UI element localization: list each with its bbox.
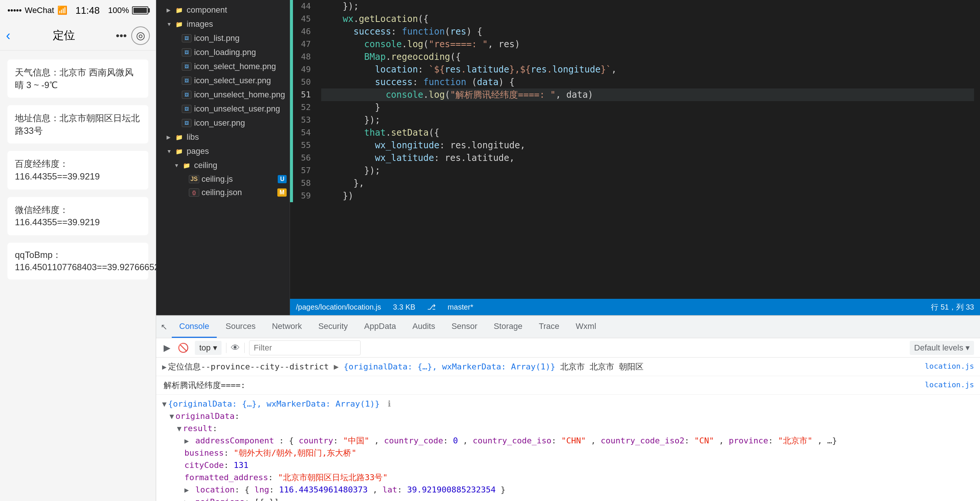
- tree-item-icon-list[interactable]: 🖼 icon_list.png: [156, 31, 290, 45]
- item-label: images: [187, 19, 213, 29]
- orig-data: ▼originalData:: [170, 410, 980, 422]
- expand-icon[interactable]: ▶: [185, 485, 189, 494]
- console-source[interactable]: location.js: [925, 379, 974, 390]
- console-source[interactable]: location.js: [925, 361, 974, 372]
- baidu-label: 百度经纬度：116.44355==39.9219: [15, 159, 100, 181]
- folder-icon: 📁: [181, 160, 192, 170]
- context-select[interactable]: top ▾: [195, 341, 221, 355]
- arrow-icon: ▶: [167, 7, 174, 13]
- wifi-icon: 📶: [57, 6, 67, 15]
- console-text: 解析腾讯经纬度====:: [164, 379, 925, 391]
- tab-appdata[interactable]: AppData: [357, 316, 404, 338]
- tree-item-ceiling[interactable]: ▼ 📁 ceiling: [156, 158, 290, 172]
- tree-item-libs[interactable]: ▶ 📁 libs: [156, 130, 290, 144]
- phone-time: 11:48: [75, 5, 100, 16]
- run-button[interactable]: ▶: [162, 341, 172, 355]
- qq-coord: qqToBmp：116.4501107768403==39.9276665216…: [8, 243, 148, 280]
- gutter-line: [290, 13, 293, 25]
- code-line-44: });: [321, 0, 974, 13]
- eye-icon[interactable]: 👁: [231, 343, 240, 353]
- editor-status-bar: /pages/location/location.js 3.3 KB ⎇ mas…: [290, 299, 980, 315]
- phone-battery: 100%: [108, 6, 148, 15]
- tree-item-ceiling-js[interactable]: JS ceiling.js U: [156, 172, 290, 186]
- tree-item-icon-select-home[interactable]: 🖼 icon_select_home.png: [156, 59, 290, 73]
- select-value: top: [199, 343, 211, 353]
- business: business: "朝外大街/朝外,朝阳门,东大桥": [185, 447, 980, 459]
- tab-console[interactable]: Console: [172, 316, 217, 338]
- arrow-icon: ▼: [174, 162, 181, 169]
- tree-item-icon-loading[interactable]: 🖼 icon_loading.png: [156, 45, 290, 59]
- expand-icon[interactable]: ▼: [170, 412, 174, 421]
- locate-button[interactable]: ◎: [131, 26, 150, 45]
- console-row-3: ▼ {originalData: {…}, wxMarkerData: Arra…: [156, 395, 980, 501]
- baidu-coord: 百度经纬度：116.44355==39.9219: [8, 151, 148, 189]
- tab-trace[interactable]: Trace: [531, 316, 566, 338]
- code-line-53: });: [321, 114, 974, 126]
- code-line-50: success: function (data) {: [321, 76, 974, 89]
- expand-icon[interactable]: ▼: [177, 424, 181, 433]
- item-label: pages: [187, 146, 209, 156]
- gutter-line: [290, 189, 293, 202]
- code-line-57: });: [321, 164, 974, 177]
- levels-button[interactable]: Default levels ▾: [910, 341, 974, 355]
- gutter-line: [290, 101, 293, 114]
- weather-label: 天气信息：北京市 西南风微风 晴 3 ~ -9℃: [15, 67, 134, 90]
- phone-status-bar: ••••• WeChat 📶 11:48 100%: [0, 0, 156, 21]
- console-text: 定位信息--province--city--district ▶ {origin…: [168, 361, 925, 373]
- tree-item-ceiling-json[interactable]: {} ceiling.json M: [156, 186, 290, 199]
- code-line-49: location: `${res.latitude},${res.longitu…: [321, 63, 974, 76]
- file-path: /pages/location/location.js: [296, 303, 381, 312]
- item-label: icon_unselect_user.png: [194, 104, 280, 114]
- tab-security[interactable]: Security: [311, 316, 355, 338]
- stop-button[interactable]: 🚫: [176, 341, 190, 355]
- tree-item-pages[interactable]: ▼ 📁 pages: [156, 144, 290, 158]
- phone-nav-bar: ‹ 定位 ••• ◎: [0, 21, 156, 51]
- expand-icon[interactable]: ▼: [162, 398, 167, 410]
- weather-info: 天气信息：北京市 西南风微风 晴 3 ~ -9℃: [8, 59, 148, 98]
- code-line-55: wx_longitude: res.longitude,: [321, 139, 974, 152]
- folder-icon: 📁: [174, 132, 185, 142]
- tab-sensor[interactable]: Sensor: [444, 316, 485, 338]
- code-line-52: }: [321, 101, 974, 114]
- expand-icon[interactable]: ▶: [185, 498, 189, 501]
- battery-icon: [132, 6, 148, 14]
- item-label: ceiling.json: [202, 188, 242, 197]
- line-numbers: 44 45 46 47 48 49 50 51 52 53 54 55 56 5…: [293, 0, 315, 299]
- gutter-line: [290, 51, 293, 63]
- filter-input[interactable]: [249, 340, 361, 355]
- back-button[interactable]: ‹: [6, 28, 10, 43]
- expand-icon[interactable]: ▶: [162, 361, 167, 372]
- tab-audits[interactable]: Audits: [405, 316, 442, 338]
- gutter-line: [290, 164, 293, 177]
- tree-item-icon-select-user[interactable]: 🖼 icon_select_user.png: [156, 73, 290, 88]
- devtools-tabs: ↖ Console Sources Network Security AppDa…: [156, 316, 980, 338]
- tree-item-icon-unselect-user[interactable]: 🖼 icon_unselect_user.png: [156, 102, 290, 116]
- code-line-47: console.log("res====: ", res): [321, 38, 974, 51]
- tab-storage[interactable]: Storage: [486, 316, 530, 338]
- tab-sources[interactable]: Sources: [218, 316, 263, 338]
- gutter-line: [290, 25, 293, 38]
- tree-item-icon-user[interactable]: 🖼 icon_user.png: [156, 116, 290, 130]
- phone-content: 天气信息：北京市 西南风微风 晴 3 ~ -9℃ 地址信息：北京市朝阳区日坛北路…: [0, 51, 156, 501]
- item-label: icon_select_home.png: [194, 62, 276, 72]
- tree-item-icon-unselect-home[interactable]: 🖼 icon_unselect_home.png: [156, 88, 290, 102]
- tab-network[interactable]: Network: [264, 316, 309, 338]
- folder-icon: 📁: [174, 146, 185, 156]
- js-file-icon: JS: [189, 175, 199, 183]
- code-line-45: wx.getLocation({: [321, 13, 974, 25]
- gutter-line: [290, 126, 293, 139]
- tree-item-images[interactable]: ▼ 📁 images: [156, 17, 290, 31]
- png-icon: 🖼: [181, 118, 192, 128]
- tree-item-component[interactable]: ▶ 📁 component: [156, 3, 290, 17]
- console-output: ▶ 定位信息--province--city--district ▶ {orig…: [156, 358, 980, 501]
- item-label: icon_user.png: [194, 118, 245, 128]
- item-label: icon_unselect_home.png: [194, 90, 285, 100]
- git-branch-icon: ⎇: [427, 302, 436, 312]
- expand-icon[interactable]: ▶: [185, 436, 189, 445]
- more-button[interactable]: •••: [116, 30, 127, 41]
- tab-wxml[interactable]: Wxml: [568, 316, 604, 338]
- gutter-line: [290, 38, 293, 51]
- arrow-icon: ▼: [167, 148, 174, 154]
- code-line-59: }): [321, 189, 974, 202]
- divider: [226, 343, 226, 353]
